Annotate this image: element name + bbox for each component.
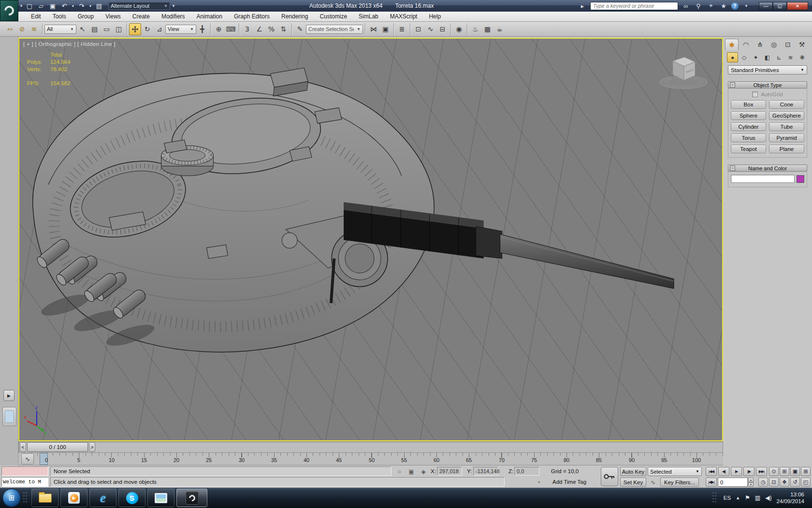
- tab-hierarchy-icon[interactable]: ⋔: [753, 39, 767, 50]
- category-helpers-icon[interactable]: ⊾: [773, 52, 784, 62]
- material-editor-icon[interactable]: ◉: [453, 23, 465, 35]
- select-by-name-icon[interactable]: ▤: [88, 23, 101, 35]
- menu-animation[interactable]: Animation: [191, 12, 228, 21]
- sphere-button[interactable]: Sphere: [731, 111, 766, 120]
- select-and-manipulate-icon[interactable]: ⊕: [213, 23, 225, 35]
- menu-rendering[interactable]: Rendering: [276, 12, 314, 21]
- start-button[interactable]: ⊞: [2, 489, 21, 507]
- help-icon[interactable]: ?: [731, 2, 739, 10]
- key-mode-toggle-button[interactable]: |◀▶|: [706, 478, 717, 487]
- select-and-scale-icon[interactable]: ⊿: [153, 23, 165, 35]
- zoom-button[interactable]: ⊙: [769, 467, 779, 476]
- taskbar-photo-viewer-button[interactable]: [147, 489, 174, 507]
- name-and-color-rollout-header[interactable]: − Name and Color: [728, 164, 807, 172]
- tube-button[interactable]: Tube: [769, 122, 804, 131]
- infocenter-search-input[interactable]: [590, 2, 678, 10]
- redo-icon[interactable]: ↷: [76, 1, 87, 10]
- undo-icon[interactable]: ↶: [59, 1, 70, 10]
- menu-customize[interactable]: Customize: [314, 12, 353, 21]
- curve-editor-icon[interactable]: ∿: [424, 23, 436, 35]
- window-crossing-toggle-icon[interactable]: ◫: [113, 23, 125, 35]
- set-key-button[interactable]: Set Key: [620, 478, 646, 487]
- z-coordinate-field[interactable]: 0,0: [514, 467, 539, 476]
- category-cameras-icon[interactable]: ◧: [762, 52, 773, 62]
- cylinder-button[interactable]: Cylinder: [731, 122, 766, 131]
- tab-motion-icon[interactable]: ◎: [767, 39, 781, 50]
- toggle-scene-explorer-icon[interactable]: ⊡: [412, 23, 424, 35]
- menu-graph-editors[interactable]: Graph Editors: [228, 12, 276, 21]
- y-coordinate-field[interactable]: -1314,148: [473, 467, 498, 476]
- communication-center-icon[interactable]: ⌖: [706, 2, 716, 10]
- set-keys-button[interactable]: [601, 467, 618, 486]
- category-shapes-icon[interactable]: ◇: [739, 52, 750, 62]
- redo-dropdown-icon[interactable]: ▾: [88, 1, 93, 10]
- zoom-region-button[interactable]: ⊡: [769, 478, 779, 487]
- menu-tools[interactable]: Tools: [47, 12, 72, 21]
- maxscript-mini-listener-macro[interactable]: [1, 466, 48, 476]
- save-file-icon[interactable]: ▣: [47, 1, 58, 10]
- spinner-down-icon[interactable]: ▼: [748, 482, 754, 487]
- object-name-field[interactable]: [731, 175, 795, 183]
- time-slider[interactable]: < 0 / 100 >: [18, 441, 723, 453]
- menu-create[interactable]: Create: [127, 12, 156, 21]
- taskbar-skype-button[interactable]: S: [118, 489, 145, 507]
- time-configuration-button[interactable]: ◷: [758, 478, 768, 487]
- open-mini-curve-editor-button[interactable]: ∿: [21, 453, 34, 464]
- menu-group[interactable]: Group: [72, 12, 100, 21]
- key-mode-dropdown[interactable]: Selected▼: [648, 467, 702, 476]
- project-folder-icon[interactable]: ▤: [94, 1, 104, 10]
- go-to-start-button[interactable]: |◀◀: [706, 467, 717, 476]
- unlink-selection-icon[interactable]: ⊘: [16, 23, 28, 35]
- tab-create-icon[interactable]: ✱: [725, 39, 739, 50]
- previous-frame-button[interactable]: ◀||: [718, 467, 729, 476]
- viewport-label[interactable]: [ + ] [ Orthographic ] [ Hidden Line ]: [23, 41, 116, 47]
- action-center-flag-icon[interactable]: ⚑: [745, 494, 750, 501]
- undo-dropdown-icon[interactable]: ▾: [71, 1, 75, 10]
- time-slider-handle[interactable]: 0 / 100: [27, 442, 88, 452]
- isolate-selection-toggle-icon[interactable]: ○: [394, 467, 404, 476]
- geosphere-button[interactable]: GeoSphere: [769, 111, 804, 120]
- zoom-all-button[interactable]: ⊞: [780, 467, 789, 476]
- cone-button[interactable]: Cone: [769, 100, 804, 109]
- next-frame-button[interactable]: ||▶: [743, 467, 754, 476]
- viewport-orthographic[interactable]: [ + ] [ Orthographic ] [ Hidden Line ] T…: [18, 38, 723, 441]
- viewport-layout-preview-button[interactable]: [2, 407, 16, 426]
- geometry-category-dropdown[interactable]: Standard Primitives ▼: [728, 65, 807, 75]
- show-hidden-icons-arrow[interactable]: ▲: [736, 495, 740, 500]
- rendered-frame-window-icon[interactable]: ▦: [481, 23, 493, 35]
- select-and-rotate-icon[interactable]: ↻: [141, 23, 153, 35]
- teapot-button[interactable]: Teapot: [731, 145, 766, 153]
- open-file-icon[interactable]: ▱: [36, 1, 46, 10]
- angle-snap-toggle-icon[interactable]: ∠: [253, 23, 265, 35]
- taskbar-media-player-button[interactable]: [60, 489, 87, 507]
- next-frame-button[interactable]: >: [89, 442, 95, 452]
- track-bar[interactable]: 0 5 10 15 20 25 30 35 40 45 50 55 60 65 …: [18, 453, 723, 465]
- menu-modifiers[interactable]: Modifiers: [156, 12, 191, 21]
- schematic-view-icon[interactable]: ⊟: [436, 23, 449, 35]
- pan-view-button[interactable]: ❖: [780, 478, 789, 487]
- auto-key-button[interactable]: Auto Key: [620, 467, 646, 476]
- manage-layers-icon[interactable]: ≣: [396, 23, 408, 35]
- clock[interactable]: 13:06 24/09/2014: [776, 491, 804, 505]
- close-button[interactable]: ✕: [787, 2, 808, 10]
- language-indicator[interactable]: ES: [724, 495, 731, 501]
- category-geometry-icon[interactable]: ●: [727, 52, 738, 62]
- key-filters-button[interactable]: Key Filters...: [660, 478, 699, 487]
- tab-display-icon[interactable]: ⊡: [781, 39, 795, 50]
- selection-filter-dropdown[interactable]: All▼: [44, 25, 76, 34]
- select-and-move-icon[interactable]: [129, 23, 141, 35]
- align-icon[interactable]: ▣: [379, 23, 392, 35]
- percent-snap-toggle-icon[interactable]: %: [265, 23, 277, 35]
- pyramid-button[interactable]: Pyramid: [769, 134, 804, 142]
- taskbar-3dsmax-button[interactable]: [176, 489, 207, 507]
- frame-spinner[interactable]: ▲▼: [748, 478, 754, 487]
- volume-icon[interactable]: ◀): [765, 494, 771, 501]
- previous-frame-button[interactable]: <: [20, 442, 26, 452]
- menu-simlab[interactable]: SimLab: [353, 12, 384, 21]
- box-button[interactable]: Box: [731, 100, 766, 109]
- expander-icon[interactable]: ▸: [578, 2, 587, 10]
- rectangular-selection-region-icon[interactable]: ▭: [101, 23, 113, 35]
- reference-coordinate-system-dropdown[interactable]: View▼: [165, 25, 196, 34]
- menu-maxscript[interactable]: MAXScript: [384, 12, 423, 21]
- viewport-layout-tab-button[interactable]: ▶: [3, 390, 14, 401]
